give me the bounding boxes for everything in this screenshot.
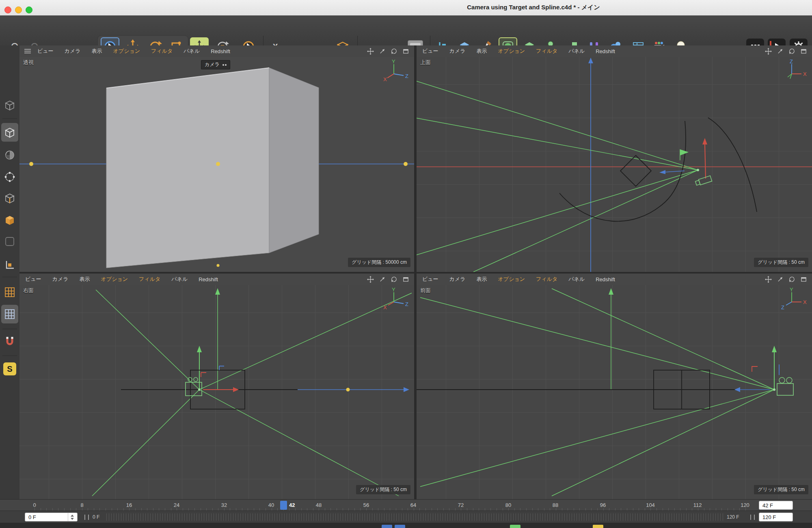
viewport-top-canvas[interactable]: 上面 Z X グリッド間隔 : 50 cm xyxy=(417,57,812,272)
menu-redshift[interactable]: Redshift xyxy=(211,48,230,54)
viewport-right-canvas[interactable]: 右面 Y X Z グリッド間隔 : 50 cm xyxy=(19,285,414,499)
menu-panel[interactable]: パネル xyxy=(171,276,188,283)
polygon-mode-button[interactable] xyxy=(1,211,18,229)
svg-text:Z: Z xyxy=(781,304,784,310)
viewport-front-canvas[interactable]: 前面 Y X Z グリッド間隔 : 50 cm xyxy=(417,285,812,499)
menu-filter[interactable]: フィルタ xyxy=(151,47,173,55)
range-start-label: 0 F xyxy=(93,514,99,520)
point-mode-button[interactable] xyxy=(1,168,18,186)
frame-tick: 48 xyxy=(316,502,322,508)
frame-tick: 120 xyxy=(741,502,749,508)
pan-view-icon[interactable] xyxy=(765,276,772,283)
current-frame-field[interactable]: 42 F xyxy=(759,501,793,510)
range-end-handle[interactable] xyxy=(750,515,755,520)
make-editable-icon xyxy=(4,99,16,111)
rotate-view-icon[interactable] xyxy=(788,48,795,55)
model-mode-button[interactable] xyxy=(1,123,18,142)
viewport-menu-icon[interactable] xyxy=(24,49,31,54)
zoom-view-icon[interactable] xyxy=(379,48,386,55)
frame-tick: 88 xyxy=(553,502,558,508)
sketch-label: S xyxy=(7,364,12,374)
quantize-button[interactable] xyxy=(1,305,18,323)
menu-options[interactable]: オプション xyxy=(498,276,525,283)
viewport-right-header: ビュー カメラ 表示 オプション フィルタ パネル Redshift xyxy=(19,274,414,285)
menu-view[interactable]: ビュー xyxy=(422,47,438,55)
menu-options[interactable]: オプション xyxy=(113,47,140,55)
viewport-top-header: ビュー カメラ 表示 オプション フィルタ パネル Redshift xyxy=(417,45,812,57)
maximize-view-icon[interactable] xyxy=(402,48,409,55)
menu-camera[interactable]: カメラ xyxy=(52,276,69,283)
maximize-view-icon[interactable] xyxy=(800,276,807,283)
menu-filter[interactable]: フィルタ xyxy=(536,276,557,283)
menu-view[interactable]: ビュー xyxy=(37,47,54,55)
workplane-mode-icon xyxy=(4,259,16,271)
menu-redshift[interactable]: Redshift xyxy=(596,48,615,54)
menu-view[interactable]: ビュー xyxy=(422,276,438,283)
bottom-toolbar-strip xyxy=(0,523,812,528)
menu-camera[interactable]: カメラ xyxy=(65,47,81,55)
axis-gizmo: Y X Z xyxy=(780,287,810,310)
zoom-view-icon[interactable] xyxy=(777,48,784,55)
viewport-front-header: ビュー カメラ 表示 オプション フィルタ パネル Redshift xyxy=(417,274,812,285)
texture-mode-button[interactable] xyxy=(1,146,18,164)
zoom-window-button[interactable] xyxy=(26,6,32,13)
svg-text:Z: Z xyxy=(405,301,408,307)
viewport-label: 上面 xyxy=(420,59,431,66)
range-start-handle[interactable] xyxy=(84,515,89,520)
timeline-ruler[interactable]: 0 8 16 24 32 40 48 56 64 72 80 88 96 104… xyxy=(0,499,812,511)
menu-options[interactable]: オプション xyxy=(498,47,525,55)
edge-mode-button[interactable] xyxy=(1,189,18,207)
current-frame-label: 42 xyxy=(289,502,295,508)
axis-mode-button[interactable] xyxy=(1,232,18,251)
minimize-window-button[interactable] xyxy=(15,6,22,13)
viewport-perspective-canvas[interactable]: 透視 カメラ Y X Z グリッド間隔 : 50000 cm xyxy=(19,57,414,272)
menu-panel[interactable]: パネル xyxy=(568,47,585,55)
menu-panel[interactable]: パネル xyxy=(568,276,585,283)
menu-display[interactable]: 表示 xyxy=(92,47,102,55)
rotate-view-icon[interactable] xyxy=(391,48,397,55)
start-frame-field[interactable]: 0 F xyxy=(25,513,78,522)
pan-view-icon[interactable] xyxy=(765,48,772,55)
pan-view-icon[interactable] xyxy=(367,276,374,283)
menu-camera[interactable]: カメラ xyxy=(449,276,466,283)
axis-gizmo: Y X Z xyxy=(382,287,412,310)
maximize-view-icon[interactable] xyxy=(800,48,807,55)
workplane-mode-button[interactable] xyxy=(1,256,18,274)
make-editable-button[interactable] xyxy=(1,96,18,114)
zoom-view-icon[interactable] xyxy=(777,276,784,283)
menu-display[interactable]: 表示 xyxy=(80,276,90,283)
menu-display[interactable]: 表示 xyxy=(477,47,487,55)
enable-snap-button[interactable] xyxy=(1,283,18,302)
maximize-view-icon[interactable] xyxy=(402,276,409,283)
camera-tag-label: カメラ xyxy=(205,61,220,68)
axis-gizmo: Z X xyxy=(780,58,810,82)
menu-panel[interactable]: パネル xyxy=(184,47,200,55)
menu-display[interactable]: 表示 xyxy=(477,276,487,283)
viewport-perspective-header: ビュー カメラ 表示 オプション フィルタ パネル Redshift xyxy=(19,45,414,57)
frame-stepper[interactable] xyxy=(68,513,74,521)
right-scene xyxy=(19,285,414,499)
viewport-label: 透視 xyxy=(23,59,34,66)
viewport-horizontal-splitter[interactable] xyxy=(19,272,812,274)
menu-filter[interactable]: フィルタ xyxy=(139,276,160,283)
magnet-button[interactable] xyxy=(1,332,18,351)
menu-view[interactable]: ビュー xyxy=(25,276,41,283)
pan-view-icon[interactable] xyxy=(367,48,374,55)
menu-redshift[interactable]: Redshift xyxy=(596,276,615,282)
current-frame-marker[interactable] xyxy=(280,501,287,510)
rotate-view-icon[interactable] xyxy=(391,276,397,283)
partial-icon xyxy=(593,525,603,528)
menu-options[interactable]: オプション xyxy=(101,276,128,283)
end-frame-field[interactable]: 120 F xyxy=(759,513,793,522)
menu-camera[interactable]: カメラ xyxy=(449,47,466,55)
menu-redshift[interactable]: Redshift xyxy=(199,276,218,282)
menu-filter[interactable]: フィルタ xyxy=(536,47,557,55)
range-slider[interactable] xyxy=(106,513,723,521)
sketch-material-button[interactable]: S xyxy=(1,360,18,378)
rotate-view-icon[interactable] xyxy=(788,276,795,283)
camera-tag[interactable]: カメラ xyxy=(201,60,230,69)
zoom-view-icon[interactable] xyxy=(379,276,386,283)
close-window-button[interactable] xyxy=(4,6,11,13)
sidebar-divider xyxy=(2,329,17,329)
camera-tag-icon xyxy=(222,64,227,66)
